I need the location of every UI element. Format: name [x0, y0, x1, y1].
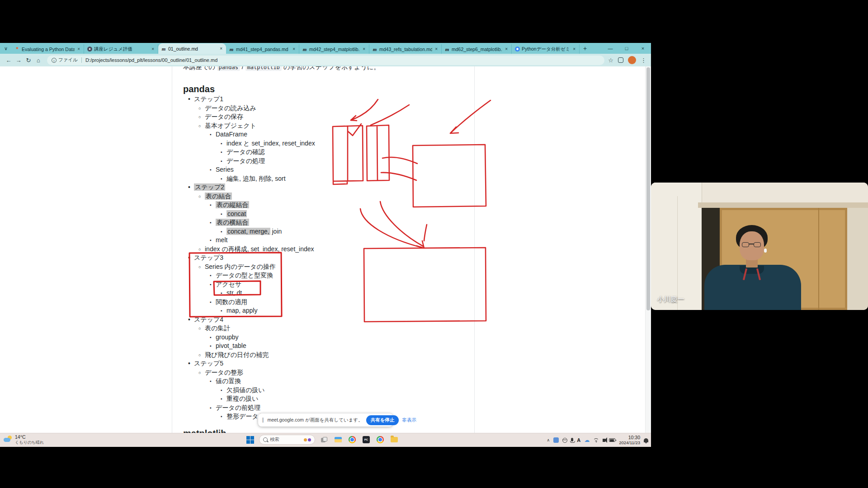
kebab-menu-icon[interactable]: ⋮ — [641, 57, 646, 64]
ime-mode-indicator[interactable]: A — [577, 437, 580, 443]
webcam-video-tile[interactable]: 小川慶一 — [651, 183, 868, 310]
markdown-document: 本講座での pandas / matplotlib の学習のステップを示すように… — [172, 66, 475, 433]
taskbar-clock[interactable]: 10:30 2024/11/23 — [619, 435, 640, 445]
outline-item: 値の置換 — [183, 377, 474, 386]
outline-item: 表の集計 — [183, 324, 474, 333]
outline-item: groupby — [183, 333, 474, 342]
tab-close-icon[interactable]: × — [362, 47, 366, 52]
start-button[interactable] — [245, 435, 255, 445]
weather-temp: 14°C — [15, 434, 44, 440]
tab-evaluating-python-data[interactable]: * Evaluating a Python Data × — [12, 44, 84, 54]
tab-md42-step4-matplotlib[interactable]: m md42_step4_matplotlib.m × — [299, 44, 369, 54]
taskbar-center: 検索 PC — [245, 435, 399, 445]
heading-pandas: pandas — [183, 84, 474, 94]
file-scheme-chip: i ファイル — [52, 57, 78, 63]
tray-app-icon[interactable] — [553, 437, 559, 443]
scrollbar-thumb[interactable] — [646, 67, 650, 310]
share-message: meet.google.com が画面を共有しています。 — [268, 417, 363, 423]
extensions-icon[interactable] — [618, 57, 623, 63]
volume-icon[interactable] — [603, 439, 605, 442]
meet-favicon-icon — [515, 47, 520, 52]
tab-md43-refs-tabulation[interactable]: m md43_refs_tabulation.md × — [369, 44, 442, 54]
tab-title: Pythonデータ分析ゼミライ — [522, 46, 570, 52]
markdown-favicon-icon: m — [302, 47, 307, 52]
tab-close-icon[interactable]: × — [76, 47, 81, 52]
home-button[interactable]: ⌂ — [33, 55, 43, 65]
outline-item: データの処理 — [183, 157, 474, 166]
outline-item: 欠損値の扱い — [183, 386, 474, 395]
info-icon[interactable]: i — [52, 58, 57, 63]
wifi-icon[interactable] — [593, 438, 599, 442]
tab-title: md42_step4_matplotlib.m — [309, 47, 360, 52]
outline-list: ステップ1 データの読み込み データの保存 基本オブジェクト DataFrame… — [183, 95, 474, 421]
search-highlight-icon — [304, 438, 311, 441]
window-close-button[interactable]: × — [635, 43, 651, 54]
tab-close-icon[interactable]: × — [572, 47, 576, 52]
task-view-button[interactable] — [319, 435, 329, 445]
outline-item: ステップ5 — [183, 359, 474, 368]
tab-close-icon[interactable]: × — [504, 47, 509, 52]
heading-matplotlib-clipped: matplotlib — [183, 428, 474, 433]
outline-item: データの前処理 — [183, 404, 474, 413]
taskbar-search[interactable]: 検索 — [259, 435, 315, 445]
outline-item: Series — [183, 165, 474, 174]
notification-bell-icon[interactable] — [644, 438, 648, 442]
bookmark-star-icon[interactable]: ☆ — [608, 57, 613, 64]
tab-md41-step4-pandas[interactable]: m md41_step4_pandas.md × — [226, 44, 299, 54]
tab-close-icon[interactable]: × — [292, 47, 296, 52]
tab-close-icon[interactable]: × — [151, 47, 155, 52]
outline-item: データの保存 — [183, 113, 474, 122]
tab-md62-step6-matplotlib[interactable]: m md62_step6_matplotlib.m × — [442, 44, 512, 54]
window-maximize-button[interactable]: □ — [618, 43, 635, 54]
forward-button[interactable]: → — [14, 55, 24, 65]
tab-close-icon[interactable]: × — [434, 47, 439, 52]
earpiece — [764, 249, 767, 253]
tab-title: md62_step6_matplotlib.m — [452, 47, 502, 52]
window-controls: — □ × — [602, 43, 651, 54]
scrollbar-track[interactable] — [645, 66, 651, 433]
network-globe-icon[interactable] — [562, 438, 567, 443]
hidden-icons-chevron[interactable]: ∧ — [547, 438, 550, 442]
weather-condition: くもりのち晴れ — [15, 440, 44, 445]
tab-01-outline-active[interactable]: m 01_outline.md × — [158, 43, 226, 54]
outline-item: melt — [183, 236, 474, 245]
outline-item: 飛び飛びの日付の補完 — [183, 351, 474, 360]
chrome-secondary-button[interactable] — [375, 435, 385, 445]
browser-toolbar: ← → ↻ ⌂ i ファイル D:/projects/lessons/pd_pl… — [0, 54, 651, 66]
back-button[interactable]: ← — [4, 55, 14, 65]
hide-banner-link[interactable]: 非表示 — [402, 417, 416, 423]
tab-python-data-seminar[interactable]: Pythonデータ分析ゼミライ × — [512, 44, 580, 54]
room-wall-right — [847, 208, 868, 310]
onedrive-cloud-icon[interactable]: ☁ — [584, 437, 590, 443]
search-placeholder: 検索 — [270, 436, 302, 443]
folder-button[interactable] — [389, 435, 399, 445]
tab-kouza-rejume-hyouka[interactable]: 講座レジュメ評価 × — [84, 44, 158, 54]
outline-item: concat, merge, join — [183, 227, 474, 236]
address-bar[interactable]: i ファイル D:/projects/lessons/pd_plt/lesson… — [47, 56, 604, 65]
outline-item: データの確認 — [183, 148, 474, 157]
inline-code-matplotlib: matplotlib — [245, 66, 282, 71]
outline-item: データの読み込み — [183, 104, 474, 113]
profile-avatar[interactable] — [628, 56, 636, 64]
banner-drag-handle-icon[interactable]: ∥ — [262, 417, 264, 423]
tab-title: md41_step4_pandas.md — [236, 47, 290, 52]
tab-close-icon[interactable]: × — [219, 46, 223, 51]
weather-widget[interactable]: 14°C くもりのち晴れ — [4, 434, 44, 445]
reload-button[interactable]: ↻ — [24, 55, 33, 65]
battery-icon[interactable] — [609, 438, 615, 442]
room-sliding-door — [651, 183, 702, 310]
outline-item: str, dt — [183, 289, 474, 298]
pycharm-button[interactable]: PC — [361, 435, 371, 445]
chrome-button[interactable] — [347, 435, 357, 445]
outline-item: データの型と型変換 — [183, 271, 474, 280]
stop-sharing-button[interactable]: 共有を停止 — [366, 415, 399, 425]
tab-search-button[interactable]: ∨ — [0, 43, 12, 54]
new-tab-button[interactable]: + — [580, 43, 590, 54]
window-minimize-button[interactable]: — — [602, 43, 618, 54]
outline-item: Series 内のデータの操作 — [183, 263, 474, 272]
file-explorer-button[interactable] — [333, 435, 343, 445]
outline-item: 表の横結合 — [183, 218, 474, 227]
outline-item: 編集, 追加, 削除, sort — [183, 174, 474, 183]
microphone-icon[interactable] — [571, 438, 573, 441]
outline-item: concat — [183, 210, 474, 219]
